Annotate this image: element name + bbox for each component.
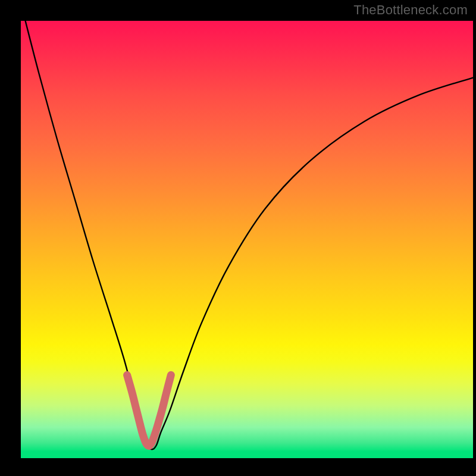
chart-frame: TheBottleneck.com (0, 0, 476, 476)
attribution-label: TheBottleneck.com (353, 2, 468, 18)
curve-layer (21, 21, 473, 458)
plot-area (21, 21, 473, 458)
bottleneck-curve (26, 21, 473, 449)
notch-highlight (127, 375, 171, 446)
